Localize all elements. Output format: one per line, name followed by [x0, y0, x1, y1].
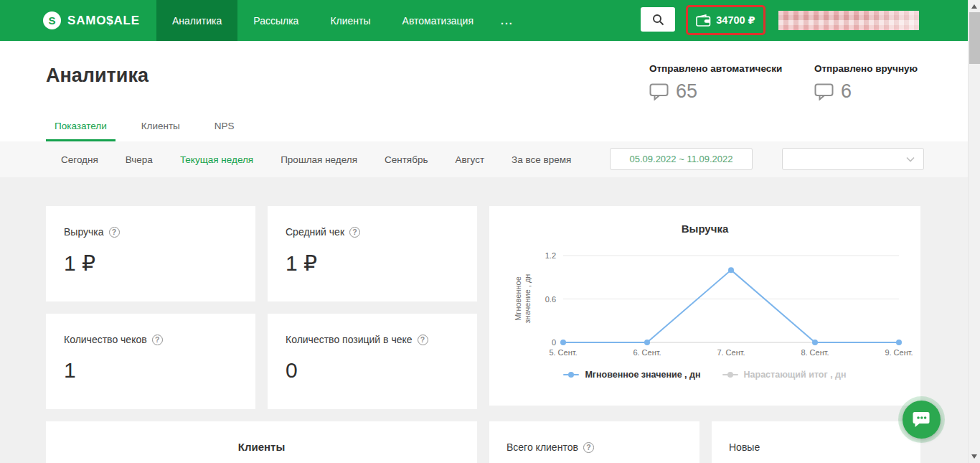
total-clients-card: Всего клиентов ?: [489, 421, 699, 463]
preset-august[interactable]: Август: [455, 154, 484, 165]
card-title: Количество чеков: [64, 334, 147, 345]
stat-sent-automatically: Отправлено автоматически 65: [649, 63, 782, 103]
chevron-down-icon: [906, 156, 915, 162]
date-range-value: 05.09.2022 ~ 11.09.2022: [630, 154, 733, 164]
scrollbar-up-arrow-icon[interactable]: [971, 4, 977, 9]
card-title: Всего клиентов: [507, 441, 578, 453]
search-button[interactable]: [641, 7, 675, 32]
stat-label: Отправлено автоматически: [649, 63, 782, 74]
main-nav: Аналитика Рассылка Клиенты Автоматизация…: [156, 0, 525, 41]
search-icon: [652, 14, 664, 26]
stat-value: 65: [676, 80, 697, 103]
page-title: Аналитика: [46, 65, 149, 87]
preset-today[interactable]: Сегодня: [61, 154, 98, 165]
filter-dropdown[interactable]: [782, 148, 924, 170]
legend-marker-icon: [722, 374, 738, 375]
nav-item-clients[interactable]: Клиенты: [314, 0, 386, 41]
logo-icon: S: [43, 11, 61, 29]
stat-value: 6: [841, 80, 852, 103]
svg-text:0: 0: [552, 338, 556, 347]
scrollbar-thumb[interactable]: [969, 12, 980, 64]
kpi-card-items-per-check: Количество позиций в чеке ? 0: [268, 314, 477, 409]
svg-text:Мгновенноезначение , дн: Мгновенноезначение , дн: [514, 274, 532, 324]
logo[interactable]: S SAMO$ALE: [43, 0, 140, 41]
kpi-card-average-check: Средний чек ? 1 ₽: [268, 206, 477, 301]
clients-section-card: Клиенты: [46, 421, 477, 463]
help-icon[interactable]: ?: [583, 442, 594, 453]
card-title: Выручка: [64, 226, 104, 238]
preset-september[interactable]: Сентябрь: [385, 154, 428, 165]
dashboard-content: Выручка ? 1 ₽ Средний чек ? 1 ₽ Количест…: [0, 177, 980, 463]
user-account-redacted[interactable]: [778, 11, 919, 30]
svg-text:1.2: 1.2: [545, 251, 556, 260]
logo-text: SAMO$ALE: [67, 14, 140, 28]
support-chat-button[interactable]: [903, 401, 941, 439]
preset-current-week[interactable]: Текущая неделя: [180, 154, 253, 165]
date-presets: Сегодня Вчера Текущая неделя Прошлая нед…: [61, 141, 571, 177]
preset-all-time[interactable]: За все время: [512, 154, 571, 165]
legend-marker-icon: [563, 374, 579, 375]
date-range-input[interactable]: 05.09.2022 ~ 11.09.2022: [610, 148, 753, 170]
help-icon[interactable]: ?: [418, 335, 428, 345]
wallet-icon: [696, 14, 711, 27]
svg-text:7. Сент.: 7. Сент.: [717, 348, 745, 357]
card-title: Количество позиций в чеке: [286, 334, 413, 345]
legend-label: Нарастающий итог , дн: [744, 370, 847, 380]
stat-label: Отправлено вручную: [814, 63, 918, 74]
card-title: Средний чек: [286, 226, 344, 238]
card-title: Новые: [729, 441, 760, 453]
new-clients-card: Новые: [712, 421, 920, 463]
card-value: 1: [64, 358, 237, 383]
svg-text:5. Сент.: 5. Сент.: [549, 348, 577, 357]
card-value: 1 ₽: [286, 251, 459, 276]
balance-button[interactable]: 34700 ₽: [686, 5, 765, 35]
chat-bubble-icon: [649, 83, 669, 100]
revenue-chart-card: Выручка 00.61.25. Сент.6. Сент.7. Сент.8…: [489, 206, 920, 406]
card-value: 0: [286, 358, 459, 383]
preset-yesterday[interactable]: Вчера: [126, 154, 153, 165]
tab-indicators[interactable]: Показатели: [46, 113, 116, 141]
svg-text:6. Сент.: 6. Сент.: [633, 348, 661, 357]
revenue-line-chart: 00.61.25. Сент.6. Сент.7. Сент.8. Сент.9…: [489, 206, 920, 364]
svg-text:9. Сент.: 9. Сент.: [885, 348, 913, 357]
help-icon[interactable]: ?: [152, 335, 163, 345]
balance-amount: 34700 ₽: [716, 14, 755, 26]
kpi-card-revenue: Выручка ? 1 ₽: [46, 206, 255, 301]
chart-legend: Мгновенное значение , днНарастающий итог…: [489, 370, 920, 380]
vertical-scrollbar[interactable]: [968, 0, 980, 463]
clients-section-title: Клиенты: [46, 421, 477, 453]
preset-last-week[interactable]: Прошлая неделя: [281, 154, 357, 165]
tab-nps[interactable]: NPS: [206, 113, 243, 141]
kpi-card-checks-count: Количество чеков ? 1: [46, 314, 255, 409]
svg-text:8. Сент.: 8. Сент.: [801, 348, 829, 357]
card-value: 1 ₽: [64, 251, 237, 276]
chat-bubble-icon: [814, 83, 834, 100]
help-icon[interactable]: ?: [349, 227, 360, 238]
analytics-tabs: Показатели Клиенты NPS: [46, 113, 243, 141]
nav-item-analytics[interactable]: Аналитика: [156, 0, 237, 41]
scrollbar-down-arrow-icon[interactable]: [971, 454, 977, 459]
legend-item[interactable]: Нарастающий итог , дн: [722, 370, 847, 380]
nav-item-more[interactable]: ...: [489, 0, 525, 41]
legend-label: Мгновенное значение , дн: [585, 370, 700, 380]
nav-item-mailing[interactable]: Рассылка: [237, 0, 314, 41]
chat-icon: [912, 411, 931, 429]
tab-clients[interactable]: Клиенты: [133, 113, 189, 141]
legend-item[interactable]: Мгновенное значение , дн: [563, 370, 700, 380]
svg-text:0.6: 0.6: [545, 295, 556, 304]
filter-bar: Сегодня Вчера Текущая неделя Прошлая нед…: [0, 141, 980, 177]
help-icon[interactable]: ?: [109, 227, 120, 238]
top-navigation-bar: S SAMO$ALE Аналитика Рассылка Клиенты Ав…: [0, 0, 980, 41]
stat-sent-manually: Отправлено вручную 6: [814, 63, 918, 103]
samosale-dashboard: S SAMO$ALE Аналитика Рассылка Клиенты Ав…: [0, 0, 980, 463]
nav-item-automation[interactable]: Автоматизация: [387, 0, 489, 41]
logo-letter: S: [48, 14, 55, 27]
